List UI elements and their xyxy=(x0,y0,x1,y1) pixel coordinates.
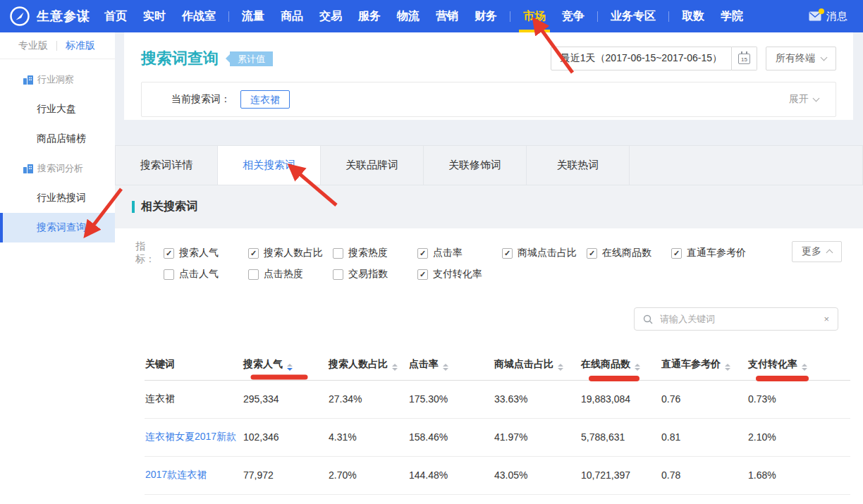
tab-related-search-words[interactable]: 相关搜索词 xyxy=(218,145,321,185)
value-cell: 1.68% xyxy=(747,456,850,494)
sidebar-item-industry-overview[interactable]: 行业大盘 xyxy=(0,94,115,124)
tab-related-brand-words[interactable]: 关联品牌词 xyxy=(321,145,424,185)
section-header: 相关搜索词 xyxy=(115,185,863,228)
metric-mall-click-ratio[interactable]: 商城点击占比 xyxy=(502,247,587,259)
metric-searcher-ratio[interactable]: 搜索人数占比 xyxy=(248,247,333,259)
nav-item-product[interactable]: 商品 xyxy=(281,0,303,32)
nav-item-finance[interactable]: 财务 xyxy=(475,0,497,32)
sort-icon[interactable] xyxy=(635,364,640,371)
checkbox-icon[interactable] xyxy=(587,248,597,259)
metric-label: 在线商品数 xyxy=(602,247,651,259)
metric-search-heat[interactable]: 搜索热度 xyxy=(333,247,417,259)
metric-trade-index[interactable]: 交易指数 xyxy=(333,268,417,281)
checkbox-icon[interactable] xyxy=(248,269,259,280)
expand-toggle[interactable]: 展开 xyxy=(789,93,819,106)
sidebar-menu: 行业洞察 行业大盘 商品店铺榜 搜索词分析 行业热搜词 搜索词查询 xyxy=(0,59,115,242)
value-cell: 2.10% xyxy=(747,418,850,456)
metric-payment-conversion[interactable]: 支付转化率 xyxy=(417,268,502,281)
group-header-label: 行业洞察 xyxy=(37,73,74,86)
sort-icon[interactable] xyxy=(287,364,293,371)
keyword-search-input[interactable] xyxy=(659,313,818,325)
detail-tabs: 搜索词详情 相关搜索词 关联品牌词 关联修饰词 关联热词 xyxy=(115,145,863,185)
sidebar-item-product-shop-rank[interactable]: 商品店铺榜 xyxy=(0,124,115,154)
message-button[interactable]: 消息 xyxy=(809,10,847,23)
metrics-label: 指标： xyxy=(135,240,164,266)
brand[interactable]: 生意参谋 xyxy=(0,6,90,27)
nav-item-competition[interactable]: 竞争 xyxy=(562,0,584,32)
sidebar-item-search-word-query[interactable]: 搜索词查询 xyxy=(0,213,115,242)
col-header-mall-click-ratio[interactable]: 商城点击占比 xyxy=(494,349,580,380)
metric-click-rate[interactable]: 点击率 xyxy=(417,247,502,259)
date-range-selector[interactable]: 最近1天（2017-06-15~2017-06-15） xyxy=(551,47,732,70)
col-header-online-products[interactable]: 在线商品数 xyxy=(580,349,661,380)
checkbox-icon[interactable] xyxy=(248,248,259,259)
tab-label: 关联品牌词 xyxy=(345,159,398,172)
value-cell: 43.05% xyxy=(494,456,580,494)
sidebar-group-industry-insight: 行业洞察 xyxy=(0,65,115,94)
metric-online-products[interactable]: 在线商品数 xyxy=(587,247,671,259)
metric-label: 搜索热度 xyxy=(348,247,388,259)
nav-item-traffic[interactable]: 流量 xyxy=(242,0,264,32)
checkbox-icon[interactable] xyxy=(671,248,682,259)
clear-search-icon[interactable]: × xyxy=(824,314,829,324)
more-button[interactable]: 更多 xyxy=(792,241,842,262)
tab-standard-version[interactable]: 标准版 xyxy=(66,39,95,52)
nav-item-academy[interactable]: 学院 xyxy=(721,0,743,32)
nav-item-service[interactable]: 服务 xyxy=(358,0,381,32)
tab-related-hot-words[interactable]: 关联热词 xyxy=(527,145,630,185)
nav-item-home[interactable]: 首页 xyxy=(104,0,127,32)
value-cell: 175.30% xyxy=(408,380,494,418)
value-cell: 77,972 xyxy=(243,456,328,494)
checkbox-icon[interactable] xyxy=(417,248,428,259)
terminal-dropdown[interactable]: 所有终端 xyxy=(766,47,836,70)
sort-icon[interactable] xyxy=(558,364,563,371)
col-header-search-popularity[interactable]: 搜索人气 xyxy=(243,349,328,380)
col-header-click-rate[interactable]: 点击率 xyxy=(408,349,494,380)
col-header-payment-conversion[interactable]: 支付转化率 xyxy=(747,349,850,380)
nav-divider xyxy=(668,11,669,22)
sort-icon[interactable] xyxy=(802,364,807,371)
nav-item-data-extract[interactable]: 取数 xyxy=(682,0,704,32)
checkbox-icon[interactable] xyxy=(164,248,174,259)
tab-search-word-detail[interactable]: 搜索词详情 xyxy=(115,145,218,185)
tab-label: 关联修饰词 xyxy=(448,159,501,172)
keyword-link[interactable]: 2017款连衣裙 xyxy=(145,456,243,494)
checkbox-icon[interactable] xyxy=(333,269,343,280)
sidebar-item-label: 搜索词查询 xyxy=(37,221,86,234)
nav-item-realtime[interactable]: 实时 xyxy=(143,0,166,32)
nav-item-marketing[interactable]: 营销 xyxy=(436,0,458,32)
nav-item-trade[interactable]: 交易 xyxy=(319,0,342,32)
checkbox-icon[interactable] xyxy=(333,248,343,259)
col-header-searcher-ratio[interactable]: 搜索人数占比 xyxy=(328,349,408,380)
nav-item-business-zone[interactable]: 业务专区 xyxy=(611,0,656,32)
value-cell: 144.48% xyxy=(408,456,494,494)
sidebar-item-label: 商品店铺榜 xyxy=(37,133,86,145)
nav-item-logistics[interactable]: 物流 xyxy=(397,0,420,32)
checkbox-icon[interactable] xyxy=(417,269,428,280)
sidebar-group-search-word-analysis: 搜索词分析 xyxy=(0,154,115,183)
sidebar-tab-divider xyxy=(56,41,57,51)
col-header-ztc-reference-price[interactable]: 直通车参考价 xyxy=(661,349,747,380)
calendar-button[interactable]: 15 xyxy=(732,47,757,70)
metric-ztc-reference-price[interactable]: 直通车参考价 xyxy=(671,247,746,259)
keyword-link[interactable]: 连衣裙女夏2017新款 xyxy=(145,418,243,456)
sort-icon[interactable] xyxy=(392,364,398,371)
metric-click-popularity[interactable]: 点击人气 xyxy=(164,268,248,281)
nav-divider xyxy=(597,11,598,22)
tab-label: 搜索词详情 xyxy=(140,159,193,172)
current-word-tag[interactable]: 连衣裙 xyxy=(240,90,290,109)
sort-icon[interactable] xyxy=(725,364,730,371)
tab-pro-version[interactable]: 专业版 xyxy=(18,39,48,52)
metric-search-popularity[interactable]: 搜索人气 xyxy=(164,247,248,259)
section-accent-bar xyxy=(132,201,135,213)
checkbox-icon[interactable] xyxy=(502,248,513,259)
tab-related-modifier-words[interactable]: 关联修饰词 xyxy=(424,145,527,185)
checkbox-icon[interactable] xyxy=(164,269,174,280)
nav-item-war-room[interactable]: 作战室 xyxy=(182,0,216,32)
metric-click-heat[interactable]: 点击热度 xyxy=(248,268,333,281)
sort-icon[interactable] xyxy=(443,364,448,371)
sidebar-item-industry-hot-words[interactable]: 行业热搜词 xyxy=(0,183,115,213)
value-cell: 0.78 xyxy=(661,456,747,494)
nav-item-market[interactable]: 市场 xyxy=(523,0,546,32)
value-cell: 4.31% xyxy=(328,418,408,456)
